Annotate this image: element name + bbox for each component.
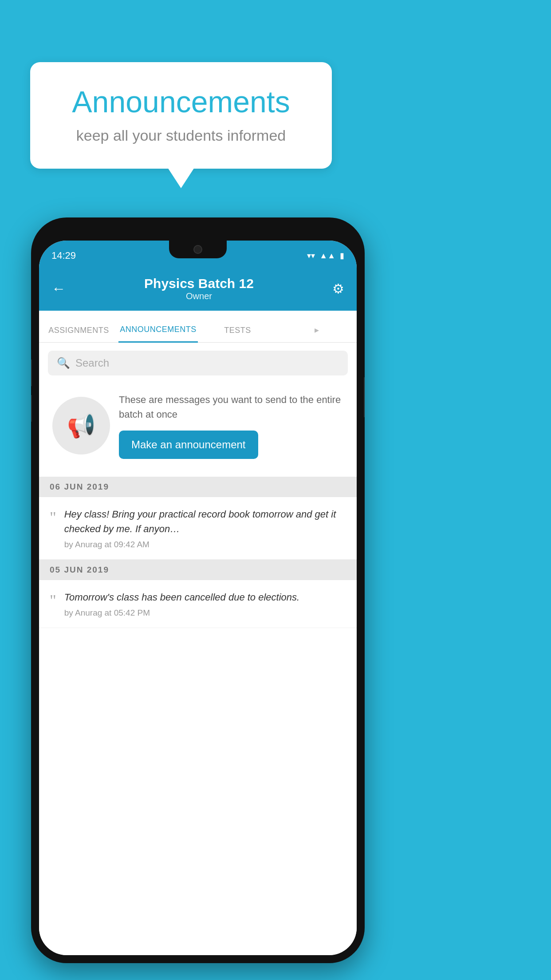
search-icon: 🔍 xyxy=(57,357,70,369)
speech-bubble-container: Announcements keep all your students inf… xyxy=(30,62,332,169)
app-bar-center: Physics Batch 12 Owner xyxy=(66,276,332,301)
settings-icon[interactable]: ⚙ xyxy=(332,281,344,296)
make-announcement-button[interactable]: Make an announcement xyxy=(119,431,258,459)
app-bar-title: Physics Batch 12 xyxy=(66,276,332,291)
tab-assignments[interactable]: ASSIGNMENTS xyxy=(39,326,118,342)
app-bar: ← Physics Batch 12 Owner ⚙ xyxy=(39,266,357,311)
speech-bubble: Announcements keep all your students inf… xyxy=(30,62,332,169)
search-placeholder: Search xyxy=(75,357,109,369)
quote-icon-2: " xyxy=(50,593,56,609)
announcement-item-2[interactable]: " Tomorrow's class has been cancelled du… xyxy=(39,580,357,628)
volume-up-button xyxy=(31,360,32,386)
announcement-text-1: Hey class! Bring your practical record b… xyxy=(64,507,346,549)
status-icons: ▾▾ ▲▲ ▮ xyxy=(307,246,344,261)
search-bar[interactable]: 🔍 Search xyxy=(48,351,348,375)
promo-icon-circle: 📢 xyxy=(52,397,110,454)
tab-announcements[interactable]: ANNOUNCEMENTS xyxy=(118,325,198,343)
power-button xyxy=(364,377,365,417)
front-camera xyxy=(193,245,202,254)
status-time: 14:29 xyxy=(51,245,76,261)
announcement-item-1[interactable]: " Hey class! Bring your practical record… xyxy=(39,497,357,560)
date-separator-1: 06 JUN 2019 xyxy=(39,477,357,497)
promo-description: These are messages you want to send to t… xyxy=(119,392,343,422)
phone-frame: 14:29 ▾▾ ▲▲ ▮ ← Physics Batch 12 Owner ⚙… xyxy=(31,217,365,963)
content-area: 🔍 Search 📢 These are messages you want t… xyxy=(39,343,357,955)
volume-down-button xyxy=(31,395,32,422)
speech-bubble-subtitle: keep all your students informed xyxy=(57,127,305,144)
date-separator-2: 05 JUN 2019 xyxy=(39,560,357,580)
app-bar-subtitle: Owner xyxy=(66,291,332,301)
phone-notch xyxy=(169,241,227,258)
promo-content: These are messages you want to send to t… xyxy=(119,392,343,459)
signal-icon: ▲▲ xyxy=(319,251,335,261)
speech-bubble-title: Announcements xyxy=(57,84,305,119)
wifi-icon: ▾▾ xyxy=(307,251,315,261)
announcement-message-1: Hey class! Bring your practical record b… xyxy=(64,507,346,536)
tab-more[interactable]: ▸ xyxy=(277,324,357,342)
announcement-text-2: Tomorrow's class has been cancelled due … xyxy=(64,590,346,618)
announcement-meta-1: by Anurag at 09:42 AM xyxy=(64,540,346,549)
back-button[interactable]: ← xyxy=(51,281,66,297)
tab-bar: ASSIGNMENTS ANNOUNCEMENTS TESTS ▸ xyxy=(39,311,357,343)
phone-screen: 14:29 ▾▾ ▲▲ ▮ ← Physics Batch 12 Owner ⚙… xyxy=(39,241,357,955)
tab-tests[interactable]: TESTS xyxy=(198,326,277,342)
megaphone-icon: 📢 xyxy=(67,412,96,439)
quote-icon-1: " xyxy=(50,510,56,526)
announcement-message-2: Tomorrow's class has been cancelled due … xyxy=(64,590,346,605)
announcement-meta-2: by Anurag at 05:42 PM xyxy=(64,608,346,618)
promo-card: 📢 These are messages you want to send to… xyxy=(48,383,348,468)
battery-icon: ▮ xyxy=(340,251,344,261)
